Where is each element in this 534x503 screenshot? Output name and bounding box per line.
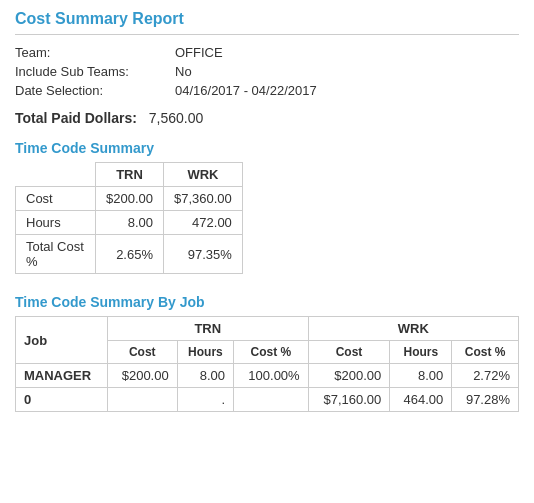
hours-wrk: 472.00 — [164, 211, 243, 235]
wrk-cost-pct-header: Cost % — [452, 341, 519, 364]
zero-job-label: 0 — [16, 388, 108, 412]
zero-trn-cost — [107, 388, 177, 412]
manager-wrk-hours: 8.00 — [390, 364, 452, 388]
team-label: Team: — [15, 43, 175, 62]
empty-header — [16, 163, 96, 187]
manager-job-label: MANAGER — [16, 364, 108, 388]
manager-trn-hours: 8.00 — [177, 364, 233, 388]
hours-trn: 8.00 — [96, 211, 164, 235]
manager-wrk-cost: $200.00 — [308, 364, 390, 388]
time-code-by-job-title: Time Code Summary By Job — [15, 294, 519, 310]
report-title: Cost Summary Report — [15, 10, 519, 28]
date-value: 04/16/2017 - 04/22/2017 — [175, 81, 519, 100]
wrk-hours-header: Hours — [390, 341, 452, 364]
total-cost-pct-wrk: 97.35% — [164, 235, 243, 274]
total-paid-value: 7,560.00 — [149, 110, 204, 126]
row-cost-label: Cost — [16, 187, 96, 211]
trn-group-header: TRN — [107, 317, 308, 341]
total-paid-label: Total Paid Dollars: — [15, 110, 137, 126]
wrk-group-header: WRK — [308, 317, 518, 341]
divider — [15, 34, 519, 35]
time-code-by-job-table: Job TRN WRK Cost Hours Cost % Cost Hours… — [15, 316, 519, 412]
row-hours-label: Hours — [16, 211, 96, 235]
zero-trn-cost-pct — [234, 388, 309, 412]
job-row-manager: MANAGER $200.00 8.00 100.00% $200.00 8.0… — [16, 364, 519, 388]
manager-wrk-cost-pct: 2.72% — [452, 364, 519, 388]
time-code-summary-table: TRN WRK Cost $200.00 $7,360.00 Hours 8.0… — [15, 162, 243, 274]
zero-wrk-hours: 464.00 — [390, 388, 452, 412]
table-row: Total Cost % 2.65% 97.35% — [16, 235, 243, 274]
manager-trn-cost-pct: 100.00% — [234, 364, 309, 388]
job-row-0: 0 . $7,160.00 464.00 97.28% — [16, 388, 519, 412]
total-cost-pct-trn: 2.65% — [96, 235, 164, 274]
row-total-cost-pct-label: Total Cost % — [16, 235, 96, 274]
cost-trn: $200.00 — [96, 187, 164, 211]
cost-wrk: $7,360.00 — [164, 187, 243, 211]
wrk-cost-header: Cost — [308, 341, 390, 364]
zero-wrk-cost: $7,160.00 — [308, 388, 390, 412]
trn-cost-header: Cost — [107, 341, 177, 364]
trn-hours-header: Hours — [177, 341, 233, 364]
manager-trn-cost: $200.00 — [107, 364, 177, 388]
table-row: Cost $200.00 $7,360.00 — [16, 187, 243, 211]
trn-cost-pct-header: Cost % — [234, 341, 309, 364]
include-sub-value: No — [175, 62, 519, 81]
date-label: Date Selection: — [15, 81, 175, 100]
zero-trn-hours: . — [177, 388, 233, 412]
job-col-header: Job — [16, 317, 108, 364]
team-value: OFFICE — [175, 43, 519, 62]
total-paid: Total Paid Dollars: 7,560.00 — [15, 110, 519, 126]
col-wrk: WRK — [164, 163, 243, 187]
zero-wrk-cost-pct: 97.28% — [452, 388, 519, 412]
table-row: Hours 8.00 472.00 — [16, 211, 243, 235]
time-code-summary-title: Time Code Summary — [15, 140, 519, 156]
col-trn: TRN — [96, 163, 164, 187]
info-table: Team: OFFICE Include Sub Teams: No Date … — [15, 43, 519, 100]
include-sub-label: Include Sub Teams: — [15, 62, 175, 81]
